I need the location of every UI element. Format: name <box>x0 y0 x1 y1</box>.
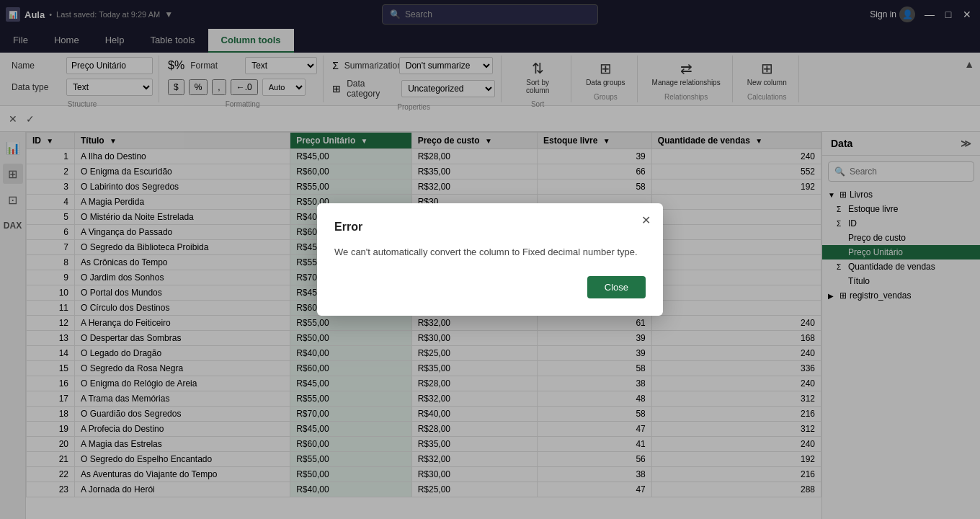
error-modal: ✕ Error We can't automatically convert t… <box>317 203 663 316</box>
modal-message: We can't automatically convert the colum… <box>334 245 646 260</box>
modal-overlay: ✕ Error We can't automatically convert t… <box>0 0 980 519</box>
modal-close-button[interactable]: Close <box>587 276 646 298</box>
modal-footer: Close <box>334 276 646 298</box>
modal-title: Error <box>334 221 646 234</box>
modal-close-icon[interactable]: ✕ <box>637 212 654 229</box>
